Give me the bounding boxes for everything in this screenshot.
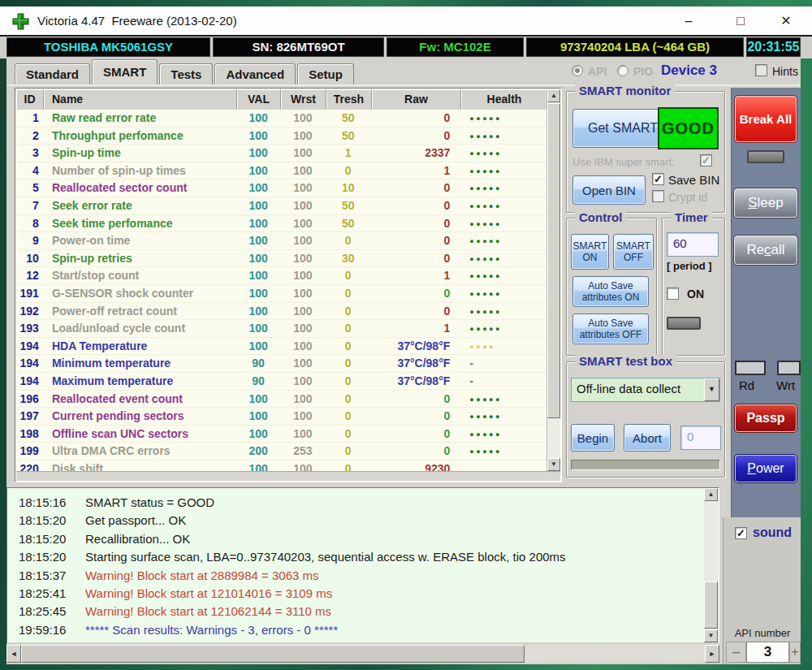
- break-all-button[interactable]: Break All: [735, 96, 797, 142]
- table-row[interactable]: 191G-SENSOR shock counter10010000●●●●●: [16, 285, 546, 303]
- api-radio-label: API: [588, 65, 607, 78]
- table-row[interactable]: 198Offline scan UNC sectors10010000●●●●●: [16, 426, 546, 443]
- table-horizontal-scrollbar[interactable]: [16, 471, 560, 481]
- cell-val: 100: [236, 145, 280, 162]
- log-scroll-right-icon[interactable]: ►: [705, 645, 719, 663]
- cell-tresh: 0: [326, 267, 371, 284]
- cell-raw: 37°C/98°F: [371, 373, 460, 390]
- auto-save-on-button[interactable]: Auto Save attributes ON: [572, 276, 649, 307]
- column-header-name[interactable]: Name: [44, 89, 237, 110]
- log-scroll-thumb[interactable]: [704, 581, 718, 629]
- passp-button[interactable]: Passp: [735, 404, 797, 432]
- table-row[interactable]: 4Number of spin-up times10010001●●●●●: [16, 162, 546, 180]
- crypt-id-checkbox[interactable]: [652, 190, 664, 202]
- open-bin-button[interactable]: Open BIN: [572, 175, 646, 205]
- cell-tresh: 1: [326, 145, 371, 162]
- table-row[interactable]: 220Disk shift10010009230: [16, 460, 546, 471]
- log-horizontal-scrollbar[interactable]: ◄ ►: [6, 645, 719, 663]
- table-row[interactable]: 5Reallocated sector count100100100●●●●●: [16, 179, 546, 197]
- column-header-id[interactable]: ID: [16, 89, 44, 110]
- cell-raw: 0: [371, 197, 460, 214]
- tab-smart[interactable]: SMART: [92, 59, 158, 84]
- table-row[interactable]: 2Throughput perfomance100100500●●●●●: [16, 128, 546, 145]
- table-vertical-scrollbar[interactable]: ▲ ▼: [546, 89, 560, 471]
- cell-health: ●●●●: [460, 338, 546, 355]
- timer-on-checkbox[interactable]: [667, 287, 679, 300]
- cell-tresh: 50: [326, 110, 371, 127]
- smart-off-button[interactable]: SMART OFF: [613, 234, 654, 270]
- api-radio[interactable]: [572, 65, 583, 76]
- begin-button[interactable]: Begin: [571, 424, 615, 452]
- cell-raw: 0: [371, 128, 460, 145]
- log-line: 18:25:45Warning! Block start at 12106214…: [19, 603, 699, 620]
- cell-wrst: 100: [280, 267, 326, 284]
- table-row[interactable]: 1Raw read error rate100100500●●●●●: [16, 110, 546, 128]
- table-scroll-down-icon[interactable]: ▼: [547, 458, 560, 471]
- log-scroll-up-icon[interactable]: ▲: [704, 488, 718, 501]
- power-button[interactable]: Power: [735, 455, 797, 482]
- timer-period-input[interactable]: 60: [667, 232, 719, 257]
- log-line: 18:15:37Warning! Block start at 2889984 …: [19, 567, 699, 585]
- test-select-dropdown[interactable]: Off-line data collect ▼: [571, 378, 720, 402]
- table-scroll-up-icon[interactable]: ▲: [547, 89, 560, 102]
- cell-raw: 37°C/98°F: [371, 355, 460, 372]
- cell-wrst: 100: [280, 128, 326, 145]
- cell-val: 100: [236, 215, 280, 232]
- sleep-button[interactable]: Sleep: [734, 188, 797, 218]
- tab-tests[interactable]: Tests: [159, 63, 213, 84]
- auto-save-off-button[interactable]: Auto Save attributes OFF: [572, 313, 649, 344]
- dropdown-arrow-icon[interactable]: ▼: [704, 378, 719, 401]
- log-hscroll-thumb[interactable]: [21, 645, 525, 663]
- table-row[interactable]: 10Spin-up retries100100300●●●●●: [16, 250, 546, 268]
- cell-tresh: 0: [326, 338, 371, 355]
- maximize-button[interactable]: □: [723, 6, 758, 35]
- cell-val: 100: [236, 408, 280, 425]
- cell-tresh: 50: [326, 197, 371, 214]
- table-row[interactable]: 192Power-off retract count10010000●●●●●: [16, 303, 546, 321]
- close-button[interactable]: ✕: [768, 6, 804, 35]
- tab-advanced[interactable]: Advanced: [214, 63, 296, 84]
- write-led-label: Wrt: [776, 378, 795, 392]
- api-number-plus-button[interactable]: +: [789, 642, 801, 663]
- table-row[interactable]: 197Current pending sectors10010000●●●●●: [16, 408, 546, 426]
- column-header-raw[interactable]: Raw: [372, 89, 461, 110]
- table-row[interactable]: 194Minimum temperature90100037°C/98°F-: [16, 355, 546, 373]
- table-row[interactable]: 199Ultra DMA CRC errors20025300●●●●●: [16, 443, 546, 460]
- table-row[interactable]: 194HDA Temperature100100037°C/98°F●●●●: [16, 338, 546, 356]
- recall-button[interactable]: Recall: [734, 236, 797, 265]
- cell-health: ●●●●●: [460, 285, 546, 302]
- tab-setup[interactable]: Setup: [297, 63, 354, 84]
- tab-standard[interactable]: Standard: [15, 63, 90, 84]
- table-row[interactable]: 196Reallocated event count10010000●●●●●: [16, 391, 546, 408]
- log-scroll-left-icon[interactable]: ◄: [6, 645, 21, 663]
- table-row[interactable]: 8Seek time perfomance100100500●●●●●: [16, 215, 546, 233]
- pio-radio[interactable]: [617, 65, 628, 76]
- log-vertical-scrollbar[interactable]: ▲ ▼: [704, 488, 719, 642]
- cell-health: ●●●●●: [460, 179, 546, 197]
- log-scroll-down-icon[interactable]: ▼: [704, 629, 718, 642]
- table-row[interactable]: 12Start/stop count10010001●●●●●: [16, 267, 546, 285]
- cell-name: Seek time perfomance: [44, 215, 236, 232]
- api-number-minus-button[interactable]: –: [726, 642, 746, 663]
- table-row[interactable]: 7Seek error rate100100500●●●●●: [16, 197, 546, 215]
- column-header-val[interactable]: VAL: [237, 89, 281, 110]
- column-header-health[interactable]: Health: [461, 89, 548, 110]
- test-counter-input[interactable]: 0: [680, 426, 721, 450]
- hints-checkbox[interactable]: [755, 64, 767, 76]
- table-scroll-thumb[interactable]: [547, 103, 560, 418]
- table-row[interactable]: 194Maximum temperature90100037°C/98°F-: [16, 373, 546, 391]
- smart-on-button[interactable]: SMART ON: [571, 234, 609, 270]
- column-header-wrst[interactable]: Wrst: [281, 89, 326, 110]
- save-bin-checkbox[interactable]: ✓: [652, 173, 664, 185]
- sound-checkbox[interactable]: ✓: [735, 527, 747, 539]
- cell-wrst: 100: [280, 110, 326, 127]
- cell-health: ●●●●●: [460, 197, 546, 214]
- table-row[interactable]: 9Power-on time10010000●●●●●: [16, 232, 546, 250]
- abort-button[interactable]: Abort: [624, 424, 671, 452]
- table-row[interactable]: 193Load/unload cycle count10010001●●●●●: [16, 320, 546, 338]
- ibm-smart-checkbox[interactable]: ✓: [700, 154, 712, 166]
- minimize-button[interactable]: –: [671, 6, 706, 35]
- table-row[interactable]: 3Spin-up time10010012337●●●●●: [16, 145, 546, 162]
- cell-health: -: [460, 355, 546, 372]
- column-header-tresh[interactable]: Tresh: [326, 89, 372, 110]
